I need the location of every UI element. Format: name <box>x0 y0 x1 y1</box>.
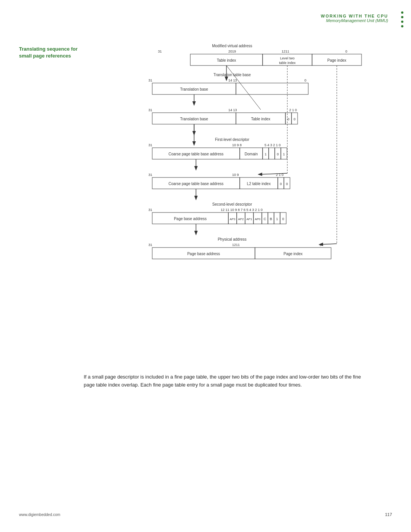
svg-text:10 9: 10 9 <box>232 173 239 177</box>
svg-text:1211: 1211 <box>282 50 289 53</box>
svg-line-96 <box>320 244 337 244</box>
header-title: WORKING WITH THE CPU <box>321 14 388 18</box>
description-text: If a small page descriptor is included i… <box>84 373 362 389</box>
sidebar-title-text: Translating sequence for small page refe… <box>19 46 80 59</box>
svg-text:1: 1 <box>276 217 278 221</box>
svg-text:0: 0 <box>286 182 288 186</box>
svg-text:2019: 2019 <box>228 50 236 53</box>
svg-text:Page base address: Page base address <box>174 217 207 221</box>
svg-text:Domain: Domain <box>245 152 258 156</box>
svg-text:Physical address: Physical address <box>218 237 247 241</box>
svg-text:0: 0 <box>287 117 289 121</box>
bullet-3 <box>401 21 403 23</box>
svg-text:Modified virtual address: Modified virtual address <box>212 44 252 48</box>
svg-text:31: 31 <box>148 78 152 82</box>
svg-text:Level two: Level two <box>280 56 295 60</box>
svg-text:0: 0 <box>277 152 279 156</box>
svg-text:AP2: AP2 <box>238 217 244 221</box>
svg-text:5 4 3 2 1 0: 5 4 3 2 1 0 <box>264 143 281 147</box>
svg-text:0: 0 <box>280 182 282 186</box>
svg-text:AP3: AP3 <box>229 217 236 221</box>
svg-text:31: 31 <box>148 173 152 177</box>
right-bullets <box>401 11 403 27</box>
svg-rect-44 <box>269 148 275 159</box>
svg-text:0: 0 <box>282 217 284 221</box>
diagram-svg: Modified virtual address 31 2019 1211 0 … <box>84 42 373 339</box>
svg-text:0: 0 <box>293 117 295 121</box>
svg-rect-18 <box>236 83 308 94</box>
description: If a small page descriptor is included i… <box>84 373 362 389</box>
svg-text:12 11 10 9  8  7  6  5  4  3  : 12 11 10 9 8 7 6 5 4 3 2 1 0 <box>221 208 263 212</box>
svg-text:31: 31 <box>148 143 152 147</box>
svg-text:0: 0 <box>304 78 306 82</box>
svg-text:0: 0 <box>320 243 322 247</box>
svg-text:0: 0 <box>345 50 347 53</box>
svg-text:Coarse page table base address: Coarse page table base address <box>169 152 224 156</box>
svg-text:Translation base: Translation base <box>180 87 208 91</box>
svg-text:Page base address: Page base address <box>187 252 220 256</box>
svg-text:Page index: Page index <box>327 58 346 62</box>
sidebar-title: Translating sequence for small page refe… <box>19 46 80 59</box>
svg-text:C: C <box>264 217 266 221</box>
bullet-4 <box>401 25 403 27</box>
svg-text:14 13: 14 13 <box>228 108 237 112</box>
svg-line-32 <box>226 66 261 110</box>
svg-text:Table index: Table index <box>251 117 271 121</box>
svg-text:Page index: Page index <box>284 252 303 256</box>
bullet-2 <box>401 16 403 18</box>
svg-text:1211: 1211 <box>232 243 240 247</box>
svg-text:31: 31 <box>148 108 152 112</box>
header-subtitle: MemoryManagement Unit (MMU) <box>321 18 388 23</box>
svg-text:table index: table index <box>279 61 296 65</box>
svg-text:Translation table base: Translation table base <box>213 73 251 77</box>
footer: www.digiembedded.com 117 <box>19 512 392 517</box>
footer-url: www.digiembedded.com <box>19 513 60 517</box>
svg-text:AP1: AP1 <box>246 217 252 221</box>
svg-text:14 13: 14 13 <box>228 78 237 82</box>
svg-text:1: 1 <box>283 152 285 156</box>
svg-text:AP0: AP0 <box>255 217 261 221</box>
svg-text:31: 31 <box>158 50 162 53</box>
svg-text:1: 1 <box>264 152 266 156</box>
svg-text:31: 31 <box>148 208 152 212</box>
svg-text:Table index: Table index <box>217 58 236 62</box>
svg-text:Second-level descriptor: Second-level descriptor <box>212 202 252 206</box>
svg-text:2  1 0: 2 1 0 <box>289 108 297 112</box>
diagram-area: Modified virtual address 31 2019 1211 0 … <box>84 42 373 340</box>
svg-text:31: 31 <box>148 243 152 247</box>
svg-text:Coarse page table base address: Coarse page table base address <box>169 182 224 186</box>
svg-text:10 9 8: 10 9 8 <box>232 143 242 147</box>
svg-text:Translation base: Translation base <box>180 117 208 121</box>
svg-text:B: B <box>270 217 272 221</box>
bullet-1 <box>401 11 403 14</box>
footer-page: 117 <box>385 512 392 517</box>
svg-text:First-level descriptor: First-level descriptor <box>215 137 250 142</box>
header: WORKING WITH THE CPU MemoryManagement Un… <box>321 14 388 23</box>
svg-text:L2 table index: L2 table index <box>247 182 271 186</box>
